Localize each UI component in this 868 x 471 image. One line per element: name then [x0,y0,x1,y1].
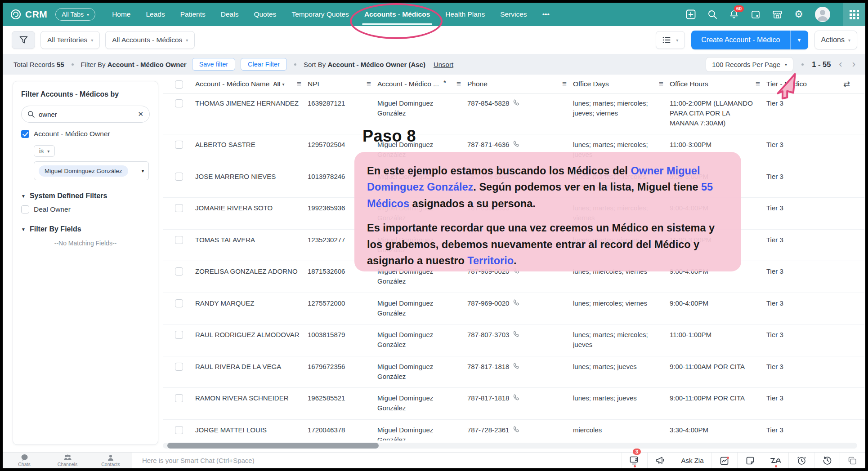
deal-owner-checkbox[interactable] [21,205,29,213]
quick-create-icon[interactable] [685,9,696,20]
tab-services[interactable]: Services [492,3,534,26]
owner-value-dropdown[interactable]: Miguel Dominguez González ▾ [34,161,149,180]
cell-name[interactable]: RAUL RODRIGUEZ ALMODOVAR [195,330,308,340]
row-checkbox[interactable] [175,394,183,402]
zia-assistant-icon[interactable] [763,453,788,468]
phone-icon[interactable] [513,299,519,306]
list-view-dropdown[interactable]: All Accounts - Médicos▾ [105,31,195,49]
filter-search-input[interactable] [39,111,134,118]
column-menu-icon[interactable]: ≡ [562,80,567,89]
column-header-office-hours[interactable]: Office Hours≡ [670,80,766,89]
analytics-icon[interactable] [711,453,737,468]
records-per-page-dropdown[interactable]: 100 Records Per Page▾ [706,57,793,72]
row-checkbox[interactable] [175,236,183,244]
operator-dropdown[interactable]: is▾ [34,145,55,157]
cell-name[interactable]: ZORELISA GONZALEZ ADORNO [195,267,308,276]
column-header-npi[interactable]: NPI≡ [308,80,377,89]
column-menu-icon[interactable]: ≡ [367,80,371,89]
system-defined-filters-header[interactable]: ▼ System Defined Filters [21,192,150,200]
smart-chat-input[interactable]: Here is your Smart Chat (Ctrl+Space) [132,453,622,468]
dock-chats-button[interactable]: Chats [3,453,46,468]
tab-home[interactable]: Home [104,3,138,26]
search-icon[interactable] [707,9,718,20]
save-filter-button[interactable]: Save filter [192,58,235,71]
settings-gear-icon[interactable]: ⚙ [793,9,804,20]
tab-deals[interactable]: Deals [213,3,246,26]
table-row[interactable]: THOMAS JIMENEZ HERNANDEZ 1639287121 Migu… [163,93,864,134]
marketplace-icon[interactable] [772,9,783,20]
table-row[interactable]: RANDY MARQUEZ 1275572000 Miguel Domingue… [163,293,864,325]
table-row[interactable]: JORGE MATTEI LOUIS 1720046378 Miguel Dom… [163,420,864,440]
cell-name[interactable]: RAUL RIVERA DE LA VEGA [195,362,308,372]
phone-icon[interactable] [513,331,519,338]
tab-leads[interactable]: Leads [139,3,173,26]
column-settings-icon[interactable]: ⇄ [843,79,855,89]
create-account-caret[interactable]: ▼ [790,31,808,49]
column-menu-icon[interactable]: ≡ [756,80,760,89]
dock-contacts-button[interactable]: Contacts [89,453,132,468]
actions-dropdown[interactable]: Actions▾ [814,31,858,49]
clear-filter-button[interactable]: Clear Filter [241,58,287,71]
row-checkbox[interactable] [175,173,183,181]
table-row[interactable]: RAUL RODRIGUEZ ALMODOVAR 1003815879 Migu… [163,324,864,356]
row-checkbox[interactable] [175,299,183,307]
unsort-link[interactable]: Unsort [434,61,453,68]
row-checkbox[interactable] [175,426,183,434]
next-page-button[interactable]: › [850,59,857,69]
table-row[interactable]: RAMON RIVERA SCHNEIDER 1962585521 Miguel… [163,388,864,420]
all-tabs-dropdown[interactable]: All Tabs▾ [55,8,95,21]
row-checkbox[interactable] [175,363,183,371]
row-checkbox[interactable] [175,267,183,275]
row-checkbox[interactable] [175,204,183,212]
calendar-icon[interactable] [750,9,761,20]
tab-health-plans[interactable]: Health Plans [438,3,492,26]
phone-icon[interactable] [513,363,519,369]
cell-name[interactable]: TOMAS TALAVERA [195,235,308,245]
tab-temporary-quotes[interactable]: Temporary Quotes [284,3,357,26]
screen-share-icon[interactable]: 3 [622,453,647,468]
table-row[interactable]: RAUL RIVERA DE LA VEGA 1679672356 Miguel… [163,356,864,388]
history-icon[interactable] [814,453,840,468]
filter-search-box[interactable]: ✕ [21,106,150,123]
column-menu-icon[interactable]: ≡ [456,80,461,89]
cell-name[interactable]: JOSE MARRERO NIEVES [195,172,308,182]
view-type-selector[interactable]: ▾ [656,31,685,49]
phone-icon[interactable] [513,99,519,106]
tab-patients[interactable]: Patients [173,3,213,26]
column-header-office-days[interactable]: Office Days≡ [573,80,670,89]
row-checkbox[interactable] [175,141,183,149]
user-avatar[interactable] [815,7,830,22]
apps-grid-icon[interactable] [843,3,865,26]
phone-icon[interactable] [513,141,519,147]
cell-name[interactable]: JORGE MATTEI LOUIS [195,425,308,435]
notes-icon[interactable] [737,453,763,468]
column-header-owner[interactable]: Account - Médico ...*≡ [377,80,467,89]
notifications-bell-icon[interactable]: 60 [729,9,739,20]
dock-channels-button[interactable]: Channels [46,453,89,468]
column-menu-icon[interactable]: ≡ [297,80,301,89]
tab-accounts-m-dicos[interactable]: Accounts - Médicos [357,3,438,26]
cell-name[interactable]: RAMON RIVERA SCHNEIDER [195,393,308,403]
row-checkbox[interactable] [175,99,183,107]
filter-funnel-button[interactable] [12,31,35,49]
select-all-checkbox[interactable] [175,80,183,89]
tab-quotes[interactable]: Quotes [246,3,284,26]
create-account-button[interactable]: Create Account - Médico [691,31,790,49]
phone-icon[interactable] [513,394,519,401]
ask-zia-button[interactable]: Ask Zia [673,453,711,468]
column-header-phone[interactable]: Phone≡ [467,80,573,89]
clear-search-icon[interactable]: ✕ [138,110,143,118]
column-header-tier[interactable]: Tier - Medico [766,80,834,88]
filter-by-fields-header[interactable]: ▼ Filter By Fields [21,225,150,233]
copy-stack-icon[interactable] [840,453,865,468]
cell-name[interactable]: THOMAS JIMENEZ HERNANDEZ [195,98,308,108]
cell-name[interactable]: RANDY MARQUEZ [195,298,308,308]
cell-name[interactable]: ALBERTO SASTRE [195,140,308,150]
owner-filter-checkbox[interactable] [21,130,29,138]
reminders-alarm-icon[interactable] [788,453,814,468]
tab--[interactable]: ••• [535,3,557,26]
horizontal-scrollbar[interactable] [163,443,857,449]
column-header-name[interactable]: Account - Médico Name All▾ ≡ [195,80,308,89]
phone-icon[interactable] [513,426,519,433]
scrollbar-thumb[interactable] [167,443,379,449]
